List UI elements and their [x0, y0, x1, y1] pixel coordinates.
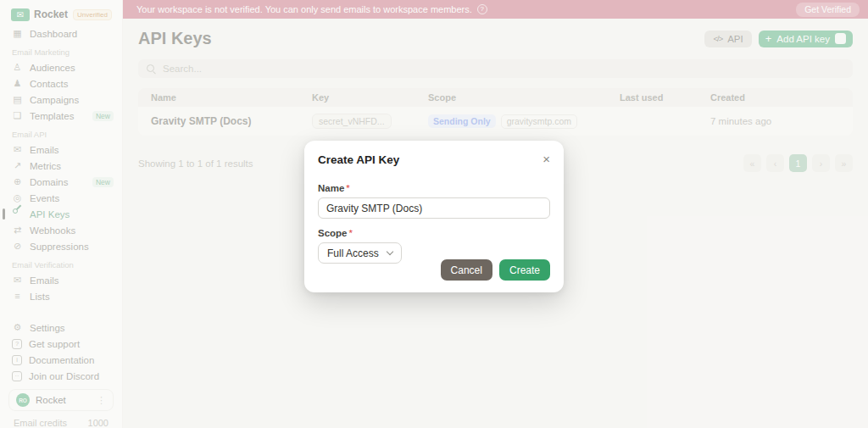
- scope-select[interactable]: Full Access: [318, 242, 402, 264]
- modal-title: Create API Key: [318, 153, 399, 166]
- scope-label-text: Scope: [318, 228, 348, 238]
- create-button[interactable]: Create: [499, 259, 550, 281]
- scope-selected-value: Full Access: [327, 247, 379, 259]
- chevron-down-icon: [386, 248, 392, 255]
- cancel-button[interactable]: Cancel: [441, 259, 492, 281]
- name-field-label: Name*: [318, 183, 550, 193]
- required-asterisk: *: [346, 183, 349, 193]
- name-label-text: Name: [318, 183, 344, 193]
- required-asterisk: *: [349, 228, 353, 238]
- modal-actions: Cancel Create: [441, 259, 550, 281]
- api-key-name-input[interactable]: [318, 197, 550, 219]
- modal-header: Create API Key ×: [318, 153, 550, 166]
- create-api-key-modal: Create API Key × Name* Scope* Full Acces…: [304, 141, 564, 292]
- close-icon[interactable]: ×: [542, 153, 550, 164]
- scope-field-label: Scope*: [318, 228, 550, 238]
